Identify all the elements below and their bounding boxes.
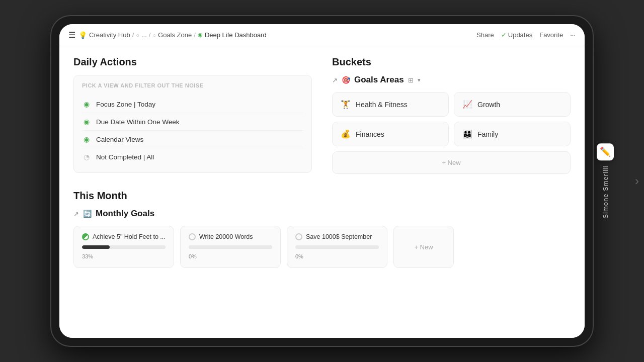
finances-emoji: 💰 xyxy=(341,129,351,139)
buckets-grid: 🏋 Health & Fitness 📈 Growth 💰 Finances xyxy=(332,92,571,174)
save-progress-bar xyxy=(295,245,379,249)
hub-label[interactable]: Creativity Hub xyxy=(89,31,130,39)
goals-row: Achieve 5" Hold Feet to ... 33% Write 20… xyxy=(73,226,571,268)
goals-areas-title: Goals Areas xyxy=(354,75,404,85)
expand-icon[interactable]: ↗ xyxy=(332,76,338,84)
goals-zone-text[interactable]: Goals Zone xyxy=(158,31,192,39)
goal-card-achieve[interactable]: Achieve 5" Hold Feet to ... 33% xyxy=(73,226,174,268)
focus-label: Focus Zone | Today xyxy=(96,101,155,108)
new-goal-button[interactable]: + New xyxy=(393,226,454,268)
breadcrumb: 💡 Creativity Hub / ○ ... / ○ Goals Zone … xyxy=(78,31,267,39)
goal-achieve-header: Achieve 5" Hold Feet to ... xyxy=(82,233,166,240)
goal-save-header: Save 1000$ September xyxy=(295,233,379,240)
share-button[interactable]: Share xyxy=(476,31,494,39)
two-column-layout: Daily Actions PICK A VIEW AND FILTER OUT… xyxy=(73,56,571,174)
action-item-focus[interactable]: ◉ Focus Zone | Today xyxy=(82,96,303,113)
bucket-family[interactable]: 👨‍👩‍👧 Family xyxy=(454,122,571,146)
more-button[interactable]: ··· xyxy=(570,31,576,39)
monthly-icon: 🔄 xyxy=(83,210,92,218)
focus-icon: ◉ xyxy=(82,100,91,108)
bucket-growth[interactable]: 📈 Growth xyxy=(454,92,571,117)
goal-save-circle xyxy=(295,233,302,240)
updates-button[interactable]: ✓ Updates xyxy=(501,31,532,39)
not-completed-label: Not Completed | All xyxy=(96,153,154,161)
sep2: / xyxy=(149,31,151,39)
goal-achieve-name: Achieve 5" Hold Feet to ... xyxy=(93,233,166,240)
daily-actions-title: Daily Actions xyxy=(73,56,312,68)
goal-write-circle xyxy=(189,233,196,240)
sep1: / xyxy=(132,31,134,39)
new-bucket-label: + New xyxy=(442,159,460,166)
dashboard-label[interactable]: Deep Life Dashboard xyxy=(205,31,267,39)
new-goal-label: + New xyxy=(414,243,433,251)
health-label: Health & Fitness xyxy=(356,101,408,109)
family-label: Family xyxy=(477,130,498,138)
bulb-icon: 💡 xyxy=(78,31,87,39)
save-progress-pct: 0% xyxy=(295,253,303,259)
growth-emoji: 📈 xyxy=(462,100,472,109)
achieve-progress-bar xyxy=(82,245,166,249)
buckets-title: Buckets xyxy=(332,56,571,68)
family-emoji: 👨‍👩‍👧 xyxy=(462,129,472,139)
top-navigation: ☰ 💡 Creativity Hub / ○ ... / ○ Goals Zon… xyxy=(59,24,585,46)
not-completed-icon: ◔ xyxy=(82,153,91,161)
achieve-progress-pct: 33% xyxy=(82,253,93,259)
main-content: Daily Actions PICK A VIEW AND FILTER OUT… xyxy=(59,46,585,338)
new-bucket-button[interactable]: + New xyxy=(332,151,571,174)
write-progress-bar xyxy=(189,245,272,249)
goal-card-write[interactable]: Write 20000 Words 0% xyxy=(180,226,281,268)
goals-icon: 🎯 xyxy=(342,76,350,84)
achieve-progress-fill xyxy=(82,245,110,249)
calendar-icon: ◉ xyxy=(82,135,91,143)
goals-zone-icon: ○ xyxy=(152,32,156,38)
action-item-duedate[interactable]: ◉ Due Date Within One Week xyxy=(82,113,303,131)
action-item-not-completed[interactable]: ◔ Not Completed | All xyxy=(82,148,303,165)
nav-left: ☰ 💡 Creativity Hub / ○ ... / ○ Goals Zon… xyxy=(68,30,267,40)
daily-actions-card: PICK A VIEW AND FILTER OUT THE NOISE ◉ F… xyxy=(73,75,312,173)
bucket-health-fitness[interactable]: 🏋 Health & Fitness xyxy=(332,92,449,117)
finances-label: Finances xyxy=(356,130,384,138)
goals-zone-circle: ○ xyxy=(136,32,139,38)
this-month-title: This Month xyxy=(73,190,571,202)
buckets-section: Buckets ↗ 🎯 Goals Areas ⊞ ▾ 🏋 Health & F… xyxy=(332,56,571,174)
pick-view-label: PICK A VIEW AND FILTER OUT THE NOISE xyxy=(82,82,303,88)
action-item-calendar[interactable]: ◉ Calendar Views xyxy=(82,131,303,148)
buckets-header: ↗ 🎯 Goals Areas ⊞ ▾ xyxy=(332,75,571,85)
sidebar-person: ✏️ Simone Smerilli xyxy=(597,143,614,218)
goal-write-name: Write 20000 Words xyxy=(199,233,253,240)
grid-icon[interactable]: ⊞ xyxy=(408,76,414,84)
duedate-label: Due Date Within One Week xyxy=(96,118,180,126)
menu-icon[interactable]: ☰ xyxy=(68,30,75,40)
sep3: / xyxy=(194,31,196,39)
duedate-icon: ◉ xyxy=(82,118,91,126)
dropdown-icon[interactable]: ▾ xyxy=(418,77,421,83)
growth-label: Growth xyxy=(477,101,500,109)
favorite-button[interactable]: Favorite xyxy=(539,31,563,39)
calendar-label: Calendar Views xyxy=(96,136,143,143)
dashboard-icon: ◉ xyxy=(198,32,203,38)
write-progress-pct: 0% xyxy=(189,253,197,259)
next-arrow[interactable]: › xyxy=(635,174,639,188)
bucket-finances[interactable]: 💰 Finances xyxy=(332,122,449,146)
this-month-section: This Month ↗ 🔄 Monthly Goals Achieve 5" … xyxy=(73,190,571,268)
nav-right: Share ✓ Updates Favorite ··· xyxy=(476,31,576,39)
updates-label: Updates xyxy=(508,31,532,39)
goal-write-header: Write 20000 Words xyxy=(189,233,272,240)
check-icon: ✓ xyxy=(501,31,507,39)
goal-card-save[interactable]: Save 1000$ September 0% xyxy=(287,226,387,268)
person-name: Simone Smerilli xyxy=(602,165,609,218)
daily-actions-section: Daily Actions PICK A VIEW AND FILTER OUT… xyxy=(73,56,312,174)
monthly-goals-header: ↗ 🔄 Monthly Goals xyxy=(73,209,571,219)
goal-achieve-circle xyxy=(82,233,89,240)
monthly-goals-title: Monthly Goals xyxy=(96,209,154,219)
goals-zone-label[interactable]: ... xyxy=(141,31,147,39)
monthly-expand-icon[interactable]: ↗ xyxy=(73,210,79,218)
health-emoji: 🏋 xyxy=(341,100,351,109)
person-tool-icon: ✏️ xyxy=(597,143,614,160)
goal-save-name: Save 1000$ September xyxy=(306,233,372,240)
